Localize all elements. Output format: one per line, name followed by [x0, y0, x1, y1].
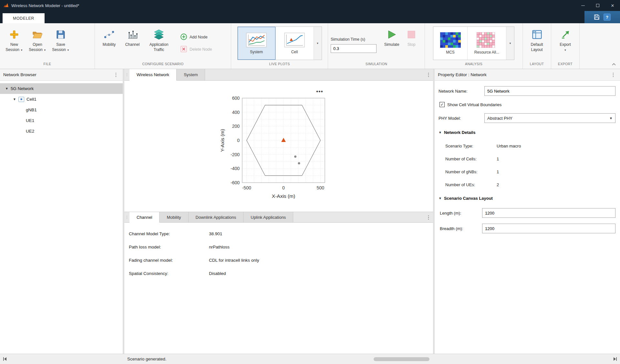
tab-channel[interactable]: Channel — [129, 212, 160, 223]
cell-plot-button[interactable]: Cell — [276, 27, 314, 60]
tab-label: Wireless Network — [137, 72, 169, 77]
detail-label: Scenario Type: — [445, 144, 497, 148]
length-input[interactable] — [482, 208, 615, 218]
svg-text:0: 0 — [237, 138, 240, 143]
collapse-ribbon-icon[interactable] — [612, 62, 616, 67]
svg-text:-400: -400 — [231, 166, 240, 171]
open-session-button[interactable]: OpenSession▼ — [26, 26, 49, 61]
tab-downlink-applications[interactable]: Downlink Applications — [189, 212, 244, 222]
svg-text:-600: -600 — [231, 180, 240, 185]
ribbon-toolstrip: NewSession▼ OpenSession▼ — [0, 23, 620, 69]
analysis-dropdown-button[interactable]: ▼ — [506, 27, 514, 60]
breadth-input[interactable] — [482, 224, 615, 233]
channel-button[interactable]: Channel — [121, 26, 144, 61]
tree-item-ue1[interactable]: UE1 — [0, 115, 123, 126]
tree-item-ue2[interactable]: UE2 — [0, 126, 123, 136]
simulate-button[interactable]: Simulate — [381, 26, 402, 61]
ribbon-section-live-plots: System Cell — [231, 23, 328, 69]
network-details-section-header[interactable]: ▼ Network Details — [435, 125, 620, 139]
chevron-down-icon: ▼ — [509, 42, 512, 45]
quick-save-icon[interactable] — [594, 14, 600, 20]
stop-button[interactable]: Stop — [402, 26, 420, 61]
new-session-button[interactable]: NewSession▼ — [3, 26, 26, 61]
show-boundaries-row: ✓ Show Cell Virtual Boundaries — [435, 98, 620, 111]
gallery-tile-label: System — [250, 50, 263, 54]
phy-model-row: PHY Model: Abstract PHY ▼ — [435, 111, 620, 125]
tree-item-label: gNB1 — [26, 107, 37, 112]
tab-wireless-network[interactable]: Wireless Network — [129, 69, 177, 81]
mcs-button[interactable]: MCS — [433, 27, 468, 60]
property-label: Spatial Consistency: — [129, 271, 209, 276]
collapse-right-panel-icon[interactable] — [612, 357, 617, 362]
resource-allocation-button[interactable]: Resource All... — [468, 27, 506, 60]
property-row: Path loss model: nrPathloss — [124, 240, 433, 254]
tab-mobility[interactable]: Mobility — [160, 212, 188, 222]
system-plot-button[interactable]: System — [238, 27, 276, 60]
open-session-icon — [32, 28, 43, 41]
button-label: SaveSession▼ — [52, 42, 69, 52]
breadth-row: Breadth (m): — [435, 221, 620, 236]
cell-plot-icon — [284, 33, 305, 48]
tree-item-5g-network[interactable]: ▼ 5G Network — [0, 83, 123, 94]
close-button[interactable]: ✕ — [605, 0, 620, 11]
tree-item-cell1[interactable]: ▼ ★ Cell1 — [0, 94, 123, 105]
save-session-button[interactable]: SaveSession▼ — [49, 26, 72, 61]
simulation-time-input[interactable] — [331, 44, 377, 53]
add-node-button[interactable]: Add Node — [178, 32, 214, 43]
default-layout-button[interactable]: DefaultLayout — [525, 26, 549, 61]
detail-row: Number of UEs: 2 — [435, 178, 620, 191]
detail-label: Number of gNBs: — [445, 169, 497, 174]
select-value: Abstract PHY — [487, 116, 512, 121]
system-plot-icon — [246, 33, 267, 48]
tab-uplink-applications[interactable]: Uplink Applications — [243, 212, 293, 222]
live-plots-dropdown-button[interactable]: ▼ — [314, 27, 322, 60]
export-icon — [561, 28, 570, 41]
export-button[interactable]: Export▼ — [554, 26, 577, 61]
property-editor-header: Property Editor : Network ⋮ — [435, 69, 620, 81]
panel-grip-icon[interactable]: ⋮ — [124, 69, 129, 80]
scenario-canvas-layout-section-header[interactable]: ▼ Scenario Canvas Layout — [435, 191, 620, 205]
delete-node-button[interactable]: Delete Node — [178, 44, 214, 55]
field-label: Length (m): — [440, 211, 482, 216]
horizontal-scrollbar[interactable] — [374, 357, 429, 361]
show-boundaries-checkbox[interactable]: ✓ — [439, 102, 445, 107]
help-icon[interactable]: ? — [604, 14, 611, 21]
detail-row: Scenario Type: Urban macro — [435, 139, 620, 152]
mobility-icon — [104, 28, 115, 41]
property-value: CDL for intracell links only — [209, 258, 259, 263]
button-label: Stop — [408, 42, 416, 47]
svg-text:500: 500 — [317, 185, 325, 190]
tab-system[interactable]: System — [177, 69, 205, 80]
ribbon-section-simulation: Simulation Time (s) Simulate — [328, 23, 425, 69]
maximize-button[interactable] — [590, 0, 605, 11]
minimize-button[interactable] — [575, 0, 590, 11]
ribbon-section-analysis: MCS Resource All... ▼ ANALYSIS — [425, 23, 523, 69]
collapse-left-panel-icon[interactable] — [3, 357, 8, 362]
tab-modeler[interactable]: MODELER — [3, 13, 45, 23]
window-controls: ✕ — [575, 0, 620, 11]
panel-menu-icon[interactable]: ⋮ — [610, 72, 617, 78]
network-name-input[interactable] — [484, 86, 615, 96]
collapse-arrow-icon[interactable]: ▼ — [13, 97, 16, 101]
collapse-arrow-icon[interactable]: ▼ — [5, 87, 8, 90]
document-menu-icon[interactable]: ⋮ — [426, 69, 433, 80]
chevron-down-icon: ▼ — [20, 49, 23, 52]
application-traffic-button[interactable]: ApplicationTraffic — [144, 26, 174, 61]
ribbon-section-layout: DefaultLayout LAYOUT — [523, 23, 551, 69]
phy-model-select[interactable]: Abstract PHY ▼ — [484, 113, 615, 123]
network-plot[interactable]: -50005006004002000-200-400-600X-Axis (m)… — [215, 94, 351, 207]
gallery-tile-label: Cell — [291, 50, 298, 54]
chevron-down-icon: ▼ — [316, 42, 319, 45]
tree-item-label: 5G Network — [11, 86, 34, 91]
tree-item-label: Cell1 — [26, 97, 36, 102]
detail-value: Urban macro — [497, 144, 521, 148]
panel-menu-icon[interactable]: ⋮ — [112, 72, 119, 78]
tree-item-gnb1[interactable]: gNB1 — [0, 105, 123, 115]
mobility-button[interactable]: Mobility — [98, 26, 121, 61]
panel-grip-icon[interactable]: ⋮ — [124, 212, 129, 222]
document-panel: ⋮ Wireless Network System ⋮ ••• -5000500… — [124, 69, 433, 354]
simulation-time-label: Simulation Time (s) — [331, 37, 377, 42]
svg-text:600: 600 — [232, 96, 240, 101]
application-traffic-icon — [153, 28, 164, 41]
sub-panel-menu-icon[interactable]: ⋮ — [426, 212, 433, 222]
